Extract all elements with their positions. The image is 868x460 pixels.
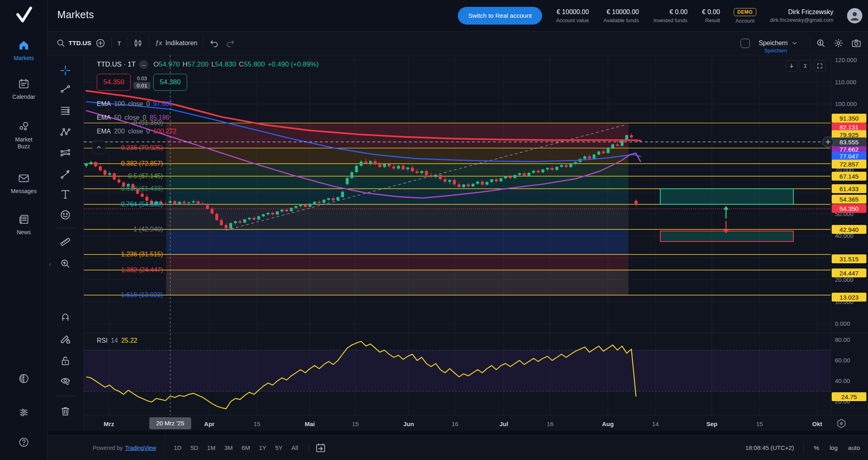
screenshot-camera-icon[interactable] [851, 38, 862, 48]
symbol-search-icon[interactable] [56, 38, 66, 48]
clock[interactable]: 18:08:45 (UTC+2) [745, 444, 794, 451]
emoji-tool-icon[interactable] [59, 209, 71, 221]
candle [188, 202, 190, 203]
arrow-tool-icon[interactable] [59, 168, 71, 180]
candle [607, 148, 609, 153]
theme-toggle-icon[interactable] [0, 373, 48, 386]
sidebar-item-news[interactable]: News [0, 213, 48, 236]
stay-in-drawing-mode-tool-icon[interactable] [59, 333, 71, 345]
trendline-tool-icon[interactable] [59, 83, 71, 95]
range-1d[interactable]: 1D [171, 442, 184, 453]
range-3m[interactable]: 3M [221, 442, 236, 453]
forecast-tool-icon[interactable] [59, 147, 71, 159]
compare-add-icon[interactable] [95, 38, 106, 48]
preferences-icon[interactable] [0, 406, 48, 420]
candle [513, 175, 516, 178]
avatar[interactable] [847, 8, 862, 23]
collapse-pane-button[interactable] [799, 60, 811, 72]
sidebar-item-calendar[interactable]: Calendar [0, 77, 48, 100]
measure-tool-icon[interactable] [59, 236, 71, 248]
svg-text:20 Mrz '25: 20 Mrz '25 [156, 420, 184, 427]
time-axis-label: Mrz [104, 420, 114, 427]
candle [467, 184, 470, 186]
percent-scale-button[interactable]: % [810, 443, 822, 453]
maximize-pane-button[interactable] [814, 60, 826, 72]
price-chart[interactable]: 0 (91.350)0.236 (79.925)0.382 (72.857)0.… [84, 55, 868, 431]
redo-icon[interactable] [225, 38, 236, 48]
settings-gear-icon[interactable] [833, 38, 844, 48]
save-layout-button[interactable]: Speichern Speichern [759, 40, 798, 47]
help-icon[interactable] [0, 436, 48, 450]
log-scale-button[interactable]: log [826, 443, 841, 453]
pattern-tool-icon[interactable] [59, 126, 71, 138]
demo-account: DEMO Account [734, 8, 756, 24]
time-axis-label: Jun [403, 420, 414, 427]
sidebar-item-markets[interactable]: Markets [0, 39, 48, 62]
ema-100-legend[interactable]: EMA100close097.605 [97, 100, 173, 108]
candle [322, 200, 325, 203]
range-5y[interactable]: 5Y [272, 442, 285, 453]
buy-ask-button[interactable]: 54.380 [153, 74, 187, 91]
text-tool-icon[interactable] [59, 188, 71, 200]
range-all[interactable]: All [289, 442, 301, 453]
collapse-toolbar-icon[interactable]: ‹ [48, 257, 53, 271]
zoom-in-tool-icon[interactable] [59, 258, 71, 270]
candle [528, 173, 530, 176]
zone-rectangle-1[interactable] [660, 189, 793, 204]
range-6m[interactable]: 6M [239, 442, 253, 453]
symbol-search-input[interactable]: TTD.US [69, 40, 91, 47]
candle [374, 161, 377, 164]
fib-label: 0.618 (61.433) [121, 185, 163, 192]
hide-drawings-tool-icon[interactable] [59, 375, 71, 387]
candle [439, 175, 442, 179]
magnet-tool-icon[interactable] [59, 310, 71, 323]
price-axis-label: 120.000 [835, 56, 857, 63]
time-axis-label: 16 [547, 420, 554, 427]
crosshair-plus-button[interactable] [823, 137, 833, 147]
user-info: Dirk Friczewsky dirk.friczewsky@gmail.co… [770, 8, 833, 23]
auto-scale-button[interactable]: auto [845, 443, 863, 453]
range-1m[interactable]: 1M [204, 442, 218, 453]
collapse-legend-button[interactable] [92, 140, 106, 154]
chart-style-icon[interactable] [133, 38, 143, 48]
go-to-date-icon[interactable] [315, 442, 326, 454]
candle [211, 209, 213, 213]
price-scale-badge: 67.145 [832, 172, 866, 181]
candle [570, 164, 572, 167]
app-logo-icon[interactable] [14, 5, 34, 25]
range-1y[interactable]: 1Y [256, 442, 269, 453]
sync-checkbox[interactable] [741, 39, 750, 48]
text-tool-button[interactable]: T [117, 40, 121, 47]
candle [476, 181, 479, 183]
svg-text:24.447: 24.447 [839, 270, 858, 277]
sell-bid-button[interactable]: 54.350 [97, 74, 131, 91]
candle [164, 204, 167, 204]
hide-legend-button[interactable]: – [139, 60, 148, 69]
ema-200-legend[interactable]: EMA200close0100.272 [97, 128, 176, 135]
zone-rectangle-2[interactable] [660, 231, 793, 241]
remove-drawings-tool-icon[interactable] [59, 405, 71, 417]
legend-symbol[interactable]: TTD.US · 1T [97, 60, 136, 69]
fib-label: 0.382 (72.857) [121, 160, 163, 167]
ema-50-legend[interactable]: EMA50close085.186 [97, 114, 169, 121]
undo-icon[interactable] [209, 38, 219, 48]
indicators-button[interactable]: ƒx Indikatoren [155, 39, 197, 47]
ohlc-h: H57.200 [183, 60, 209, 69]
crosshair-date-badge: 20 Mrz '25 [149, 417, 191, 429]
tradingview-link[interactable]: TradingView [125, 445, 156, 451]
fib-label: 0.764 (54.365) [121, 201, 163, 208]
time-axis-label: Aug [602, 420, 613, 427]
fib-retracement-tool-icon[interactable] [59, 105, 71, 117]
range-5d[interactable]: 5D [188, 442, 201, 453]
candle [281, 210, 284, 211]
sidebar-item-market-buzz[interactable]: MarketBuzz [0, 120, 48, 150]
powered-by: Powered by TradingView [48, 435, 165, 460]
quick-search-icon[interactable] [816, 38, 826, 48]
rsi-legend[interactable]: RSI 14 25.22 [97, 337, 138, 344]
scroll-to-recent-button[interactable] [786, 60, 797, 72]
lock-drawings-tool-icon[interactable] [59, 355, 71, 367]
sidebar-item-messages[interactable]: Messages [0, 172, 48, 195]
crosshair-tool-icon[interactable] [59, 65, 71, 77]
candle [574, 162, 577, 164]
switch-to-real-account-button[interactable]: Switch to Real account [458, 7, 542, 25]
